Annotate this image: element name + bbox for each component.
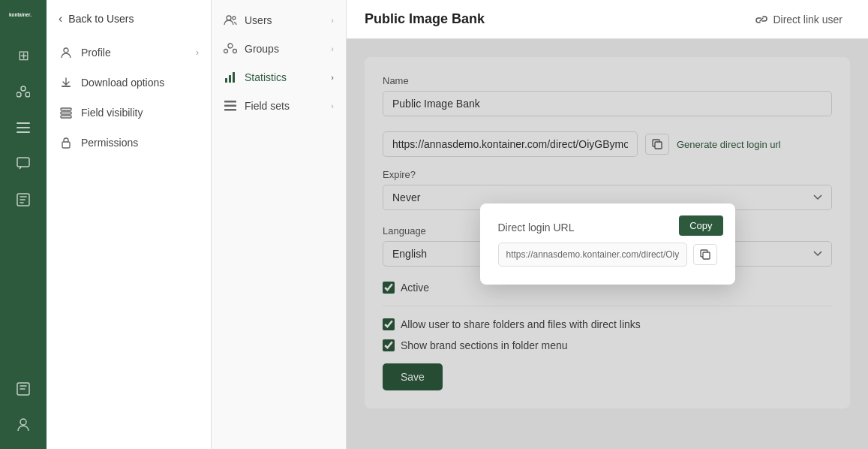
svg-rect-7 — [17, 158, 29, 167]
svg-point-2 — [17, 92, 21, 97]
svg-rect-14 — [61, 112, 71, 114]
nav-icon-user-bottom[interactable] — [8, 374, 38, 404]
direct-link-icon — [755, 13, 768, 26]
svg-rect-15 — [61, 116, 71, 118]
back-label: Back to Users — [68, 13, 134, 25]
icon-nav: kontainer. ⊞ — [0, 0, 47, 449]
nav-icon-tasks[interactable] — [8, 185, 38, 215]
svg-rect-23 — [229, 75, 231, 83]
svg-point-3 — [26, 92, 30, 97]
svg-rect-16 — [62, 142, 70, 148]
second-nav-download-label: Download options — [81, 77, 164, 89]
users-icon — [224, 14, 237, 27]
profile-chevron-icon: › — [196, 47, 199, 58]
svg-rect-13 — [61, 108, 71, 110]
direct-link-button[interactable]: Direct link user — [747, 8, 850, 31]
third-nav-users-label: Users — [245, 14, 272, 26]
second-sidebar: ‹ Back to Users Profile › Download optio… — [47, 0, 212, 449]
groups-icon — [224, 42, 237, 56]
second-nav-field-visibility-label: Field visibility — [81, 107, 143, 119]
field-visibility-icon — [59, 105, 74, 120]
direct-link-label: Direct link user — [773, 14, 842, 26]
nav-icon-groups[interactable] — [8, 77, 38, 107]
modal-url-input[interactable] — [498, 243, 687, 267]
content-area: Name Generate direct login url Expire? — [347, 39, 868, 449]
top-bar: Public Image Bank Direct link user — [347, 0, 868, 39]
modal-copy-icon-button[interactable] — [693, 244, 717, 265]
statistics-chevron-icon: › — [331, 73, 334, 82]
svg-rect-6 — [17, 131, 30, 133]
main-content: Public Image Bank Direct link user Name — [347, 0, 868, 449]
modal-overlay: Copy Direct login URL — [347, 39, 868, 449]
svg-rect-12 — [62, 86, 71, 87]
svg-rect-26 — [224, 105, 236, 107]
third-sidebar: Users › Groups › Statistics › — [212, 0, 347, 449]
third-nav-field-sets[interactable]: Field sets › — [212, 92, 346, 120]
second-nav-profile-label: Profile — [81, 47, 111, 59]
third-nav-groups[interactable]: Groups › — [212, 35, 346, 63]
svg-point-17 — [227, 16, 231, 20]
third-nav-groups-label: Groups — [245, 43, 279, 55]
groups-chevron-icon: › — [331, 44, 334, 53]
nav-icon-chat[interactable] — [8, 149, 38, 179]
svg-rect-24 — [233, 72, 235, 83]
profile-icon — [59, 45, 74, 60]
svg-point-20 — [224, 50, 228, 53]
svg-point-21 — [233, 50, 237, 53]
page-title: Public Image Bank — [365, 11, 485, 27]
third-nav-users[interactable]: Users › — [212, 6, 346, 35]
second-nav-download[interactable]: Download options — [47, 68, 211, 98]
users-chevron-icon: › — [331, 16, 334, 25]
svg-point-11 — [64, 48, 68, 53]
modal-url-row — [498, 243, 717, 267]
svg-rect-4 — [17, 122, 30, 124]
modal: Copy Direct login URL — [480, 203, 735, 285]
nav-icon-grid[interactable]: ⊞ — [8, 41, 38, 71]
statistics-icon — [224, 71, 237, 84]
svg-point-10 — [20, 419, 26, 425]
modal-copy-top-button[interactable]: Copy — [679, 215, 722, 236]
second-nav-permissions-label: Permissions — [81, 137, 138, 149]
nav-icon-list[interactable] — [8, 113, 38, 143]
back-arrow-icon: ‹ — [59, 12, 62, 26]
nav-icon-person[interactable] — [8, 410, 38, 440]
svg-point-19 — [228, 44, 233, 48]
third-nav-statistics-label: Statistics — [245, 71, 287, 83]
second-nav-profile[interactable]: Profile › — [47, 38, 211, 68]
logo: kontainer. — [9, 9, 38, 23]
permissions-icon — [59, 135, 74, 150]
field-sets-icon — [224, 99, 237, 113]
svg-rect-5 — [17, 127, 30, 128]
svg-rect-25 — [224, 101, 236, 103]
third-nav-statistics[interactable]: Statistics › — [212, 63, 346, 92]
svg-rect-22 — [225, 78, 227, 83]
svg-point-18 — [233, 17, 236, 20]
svg-rect-29 — [703, 252, 710, 259]
svg-text:kontainer.: kontainer. — [9, 12, 32, 17]
third-nav-field-sets-label: Field sets — [245, 100, 290, 112]
back-to-users[interactable]: ‹ Back to Users — [47, 0, 211, 32]
download-icon — [59, 75, 74, 90]
second-nav-section: Profile › Download options Field visibil… — [47, 32, 211, 164]
second-nav-field-visibility[interactable]: Field visibility — [47, 98, 211, 128]
field-sets-chevron-icon: › — [331, 101, 334, 110]
top-bar-actions: Direct link user — [747, 8, 850, 31]
svg-point-1 — [21, 86, 26, 91]
second-nav-permissions[interactable]: Permissions — [47, 128, 211, 158]
svg-rect-27 — [224, 109, 236, 111]
